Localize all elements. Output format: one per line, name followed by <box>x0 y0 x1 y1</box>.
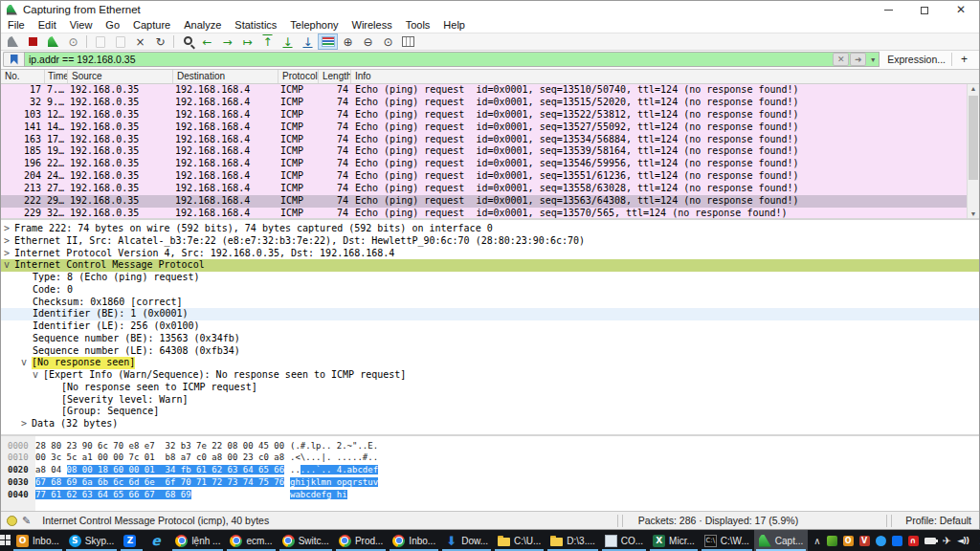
menu-item[interactable]: Capture <box>126 18 177 33</box>
detail-row[interactable]: Code: 0 <box>1 284 979 297</box>
start-button[interactable] <box>0 530 11 551</box>
menu-item[interactable]: Statistics <box>228 18 283 33</box>
column-header[interactable]: No. <box>1 70 45 83</box>
tray-chevron-icon[interactable]: ∧ <box>813 536 820 546</box>
packet-row[interactable]: 32 9.… 192.168.0.35 192.168.168.4 ICMP 7… <box>1 97 967 109</box>
zoom-in-icon[interactable]: ⊕ <box>338 33 358 50</box>
packet-list-scrollbar[interactable]: ▲ ▼ <box>967 84 979 218</box>
hex-line[interactable]: 001000 3c 5c a1 00 00 7c 01 b8 a7 c0 a8 … <box>1 452 979 464</box>
expand-arrow-icon[interactable]: > <box>4 223 14 235</box>
minimize-button[interactable] <box>870 1 906 18</box>
save-file-icon[interactable] <box>110 33 130 50</box>
tray-airplane-icon[interactable]: ✈ <box>942 536 952 546</box>
expand-arrow-icon[interactable] <box>22 320 33 333</box>
packet-row[interactable]: 17 7.… 192.168.0.35 192.168.168.4 ICMP 7… <box>1 84 967 97</box>
expand-arrow-icon[interactable]: > <box>21 418 32 430</box>
column-header[interactable]: Length <box>319 70 351 83</box>
detail-row[interactable]: [Severity level: Warn] <box>1 394 979 407</box>
packet-row[interactable]: 229 32… 192.168.0.35 192.168.168.4 ICMP … <box>1 208 967 220</box>
stop-capture-icon[interactable] <box>23 33 43 50</box>
reload-icon[interactable]: ↻ <box>150 33 170 50</box>
taskbar-chrome-4[interactable]: Prod... <box>334 530 388 551</box>
menu-item[interactable]: Go <box>99 18 126 33</box>
autoscroll-icon[interactable]: ↓ <box>298 33 318 50</box>
resize-columns-icon[interactable] <box>398 33 418 50</box>
start-capture-icon[interactable] <box>3 33 23 50</box>
expand-arrow-icon[interactable] <box>51 394 61 407</box>
taskbar-download[interactable]: ⬇ Dow... <box>440 530 493 551</box>
restart-capture-icon[interactable] <box>43 33 63 50</box>
taskbar-folder-c[interactable]: C:\U... <box>493 530 546 551</box>
taskbar-zalo[interactable]: Z <box>119 530 145 551</box>
taskbar-chrome-2[interactable]: ecm... <box>225 530 277 551</box>
zoom-original-icon[interactable]: ⊙ <box>378 33 398 50</box>
packet-row[interactable]: 222 29… 192.168.0.35 192.168.168.4 ICMP … <box>1 195 967 208</box>
detail-row[interactable]: [Group: Sequence] <box>1 406 979 418</box>
hex-line[interactable]: 004077 61 62 63 64 65 66 67 68 69wabcdef… <box>1 489 979 501</box>
detail-row[interactable]: Sequence number (BE): 13563 (0x34fb) <box>1 333 979 345</box>
taskbar-folder-d[interactable]: D:\3.... <box>546 530 599 551</box>
menu-item[interactable]: Telephony <box>283 18 345 33</box>
expand-arrow-icon[interactable]: > <box>4 235 14 248</box>
taskbar-skype[interactable]: S Skyp... <box>64 530 120 551</box>
taskbar-excel[interactable]: X Micr... <box>648 530 700 551</box>
filter-dropdown-caret[interactable]: ▼ <box>867 53 879 66</box>
detail-row[interactable]: v[Expert Info (Warn/Sequence): No respon… <box>1 369 979 382</box>
restore-button[interactable] <box>906 1 943 18</box>
taskbar-ie[interactable]: e <box>145 530 170 551</box>
detail-row[interactable]: Sequence number (LE): 64308 (0xfb34) <box>1 345 979 358</box>
menu-item[interactable]: Tools <box>399 18 437 33</box>
filter-bookmark-button[interactable] <box>3 52 24 67</box>
tray-avira-icon[interactable]: ∩ <box>908 536 919 546</box>
packet-row[interactable]: 103 12… 192.168.0.35 192.168.168.4 ICMP … <box>1 109 967 121</box>
filter-apply-button[interactable]: ➜ <box>850 53 866 66</box>
packet-row[interactable]: 213 27… 192.168.0.35 192.168.168.4 ICMP … <box>1 183 967 195</box>
menu-item[interactable]: Help <box>436 18 472 33</box>
expand-arrow-icon[interactable] <box>22 297 33 309</box>
tray-idm-icon[interactable] <box>827 536 837 546</box>
expand-arrow-icon[interactable] <box>22 333 33 345</box>
packet-row[interactable]: 141 14… 192.168.0.35 192.168.168.4 ICMP … <box>1 121 967 134</box>
taskbar-outlook[interactable]: O Inbo... <box>11 530 64 551</box>
goto-packet-icon[interactable]: ↦ <box>237 33 257 50</box>
previous-packet-icon[interactable]: ← <box>197 33 217 50</box>
add-filter-button[interactable]: + <box>952 53 975 66</box>
next-packet-icon[interactable]: → <box>217 33 237 50</box>
column-header[interactable]: Protocol <box>278 70 319 83</box>
expert-info-icon[interactable] <box>7 516 17 526</box>
column-header[interactable]: Source <box>68 70 173 83</box>
tray-outlook-icon[interactable]: O <box>843 536 854 546</box>
expression-button[interactable]: Expression... <box>880 54 951 65</box>
detail-row[interactable]: >Internet Protocol Version 4, Src: 192.1… <box>1 248 979 260</box>
expand-arrow-icon[interactable] <box>51 382 61 394</box>
filter-clear-button[interactable]: ✕ <box>833 53 849 66</box>
expand-arrow-icon[interactable] <box>51 406 61 418</box>
zoom-out-icon[interactable]: ⊖ <box>358 33 378 50</box>
detail-row[interactable]: Type: 8 (Echo (ping) request) <box>1 272 979 284</box>
close-capture-icon[interactable]: × <box>130 33 150 50</box>
colorize-icon[interactable] <box>318 33 338 50</box>
last-packet-icon[interactable]: ↓ <box>278 33 298 50</box>
hex-line[interactable]: 000028 80 23 90 6c 70 e8 e7 32 b3 7e 22 … <box>1 440 979 452</box>
menu-item[interactable]: View <box>63 18 100 33</box>
menu-item[interactable]: Edit <box>32 18 63 33</box>
menu-item[interactable]: File <box>1 18 32 33</box>
packet-row[interactable]: 163 17… 192.168.0.35 192.168.168.4 ICMP … <box>1 134 967 146</box>
taskbar-chrome-5[interactable]: Inbo... <box>388 530 440 551</box>
first-packet-icon[interactable]: ↑ <box>257 33 278 50</box>
scrollbar-thumb[interactable] <box>969 96 978 180</box>
hex-line[interactable]: 0020a8 04 08 00 18 60 00 01 34 fb 61 62 … <box>1 464 979 476</box>
scroll-down-icon[interactable]: ▼ <box>968 210 979 217</box>
detail-row[interactable]: Identifier (LE): 256 (0x0100) <box>1 320 979 333</box>
close-button[interactable]: ✕ <box>943 1 979 18</box>
tray-sync-icon[interactable] <box>876 536 886 546</box>
detail-row[interactable]: >Ethernet II, Src: Alcatel-_b3:7e:22 (e8… <box>1 235 979 248</box>
packet-row[interactable]: 196 22… 192.168.0.35 192.168.168.4 ICMP … <box>1 158 967 170</box>
find-packet-icon[interactable] <box>177 33 197 50</box>
expand-arrow-icon[interactable] <box>22 272 33 284</box>
menu-item[interactable]: Wireless <box>345 18 399 33</box>
capture-comment-icon[interactable]: ✎ <box>22 515 31 527</box>
detail-row[interactable]: vInternet Control Message Protocol <box>1 259 979 272</box>
taskbar-cmd[interactable]: C:\ C:\W... <box>700 530 754 551</box>
column-header[interactable]: Destination <box>173 70 278 83</box>
